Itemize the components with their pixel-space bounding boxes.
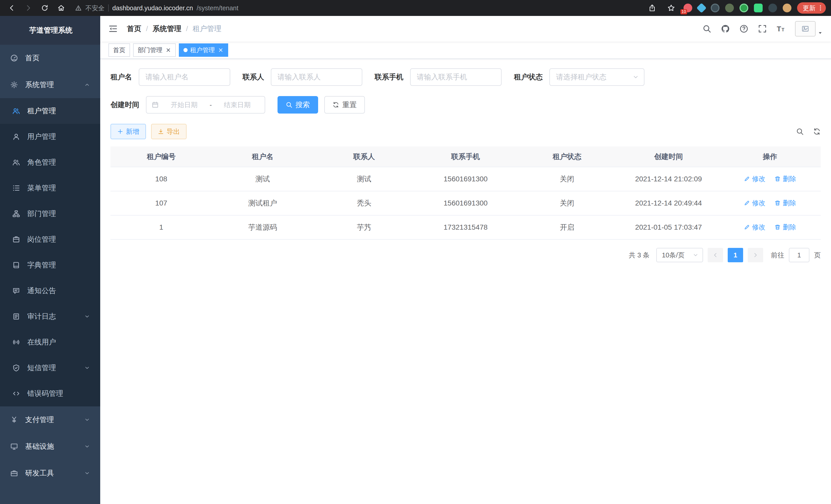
delete-button[interactable]: 删除	[774, 223, 796, 232]
sidebar-item-user[interactable]: 用户管理	[0, 124, 100, 149]
prev-page-button[interactable]	[708, 248, 723, 262]
sidebar-item-infra[interactable]: 基础设施	[0, 433, 100, 460]
sidebar-item-system[interactable]: 系统管理	[0, 71, 100, 98]
sidebar-item-error-code[interactable]: 错误码管理	[0, 381, 100, 406]
sidebar-item-post[interactable]: 岗位管理	[0, 227, 100, 252]
address-bar[interactable]: 不安全 dashboard.yudao.iocoder.cn/system/te…	[75, 4, 642, 12]
sidebar-item-online-user[interactable]: 在线用户	[0, 329, 100, 355]
chevron-down-icon	[84, 470, 90, 476]
page-size-select[interactable]: 10条/页	[656, 248, 703, 262]
people-icon	[12, 158, 21, 166]
extension-icon-6[interactable]	[754, 4, 763, 12]
next-page-button[interactable]	[748, 248, 763, 262]
share-icon[interactable]	[646, 1, 659, 14]
phone-input[interactable]	[410, 68, 502, 86]
extension-icon-7[interactable]	[768, 4, 777, 12]
sidebar-item-notice[interactable]: 通知公告	[0, 278, 100, 304]
edit-button[interactable]: 修改	[744, 223, 766, 232]
export-button[interactable]: 导出	[151, 124, 187, 139]
toolbox-icon	[10, 469, 19, 477]
breadcrumb-current: 租户管理	[193, 24, 222, 34]
refresh-table-icon[interactable]	[813, 128, 821, 136]
col-tenant-id: 租户编号	[111, 146, 212, 167]
fullscreen-icon[interactable]	[758, 24, 767, 33]
edit-icon	[744, 224, 750, 230]
search-icon	[286, 101, 292, 108]
refresh-icon	[333, 101, 339, 108]
tenant-name-input[interactable]	[139, 68, 230, 86]
sidebar-item-pay[interactable]: 支付管理	[0, 406, 100, 433]
pagination: 共 3 条 10条/页 1 前往 页	[111, 248, 821, 262]
sidebar-item-dict[interactable]: 字典管理	[0, 252, 100, 278]
app-logo[interactable]: 芋道管理系统	[0, 16, 100, 45]
tab-dept[interactable]: 部门管理	[133, 43, 176, 57]
date-range-picker[interactable]: 开始日期 - 结束日期	[146, 96, 265, 114]
delete-button[interactable]: 删除	[774, 199, 796, 208]
status-label: 租户状态	[514, 72, 543, 82]
trash-icon	[774, 224, 781, 230]
sidebar-item-sms[interactable]: 短信管理	[0, 355, 100, 381]
sidebar-item-dept[interactable]: 部门管理	[0, 201, 100, 227]
breadcrumb-home[interactable]: 首页	[127, 24, 141, 34]
table-header-row: 租户编号 租户名 联系人 联系手机 租户状态 创建时间 操作	[111, 146, 821, 167]
extension-icon-8[interactable]	[783, 4, 792, 12]
help-icon[interactable]	[740, 24, 748, 33]
extension-icon-4[interactable]	[725, 4, 734, 12]
github-icon[interactable]	[721, 24, 730, 33]
chevron-up-icon	[84, 82, 90, 88]
sidebar: 芋道管理系统 首页 系统管理 租户管理 用户管理	[0, 16, 100, 504]
extension-icon-5[interactable]	[740, 4, 748, 12]
close-icon[interactable]	[218, 47, 224, 53]
sidebar-item-audit-log[interactable]: 审计日志	[0, 304, 100, 329]
reload-icon[interactable]	[38, 1, 51, 14]
font-size-icon[interactable]: TT	[776, 24, 785, 33]
sidebar-item-devtools[interactable]: 研发工具	[0, 460, 100, 486]
status-text: 关闭	[516, 167, 618, 191]
reset-button[interactable]: 重置	[324, 96, 365, 114]
broken-image-icon	[801, 25, 809, 33]
message-icon	[12, 287, 21, 295]
col-phone: 联系手机	[415, 146, 516, 167]
home-icon[interactable]	[55, 1, 68, 14]
chevron-down-icon	[84, 314, 90, 319]
toggle-search-icon[interactable]	[796, 128, 804, 136]
back-icon[interactable]	[5, 1, 19, 14]
goto-page-input[interactable]	[789, 248, 809, 262]
sidebar-item-home[interactable]: 首页	[0, 45, 100, 71]
bookmark-star-icon[interactable]	[664, 1, 678, 14]
page-number-1[interactable]: 1	[728, 248, 743, 262]
tenant-name-label: 租户名	[111, 72, 132, 82]
chevron-down-icon	[693, 252, 698, 258]
trash-icon	[774, 176, 781, 182]
extension-icon-1[interactable]: 10	[684, 4, 692, 12]
sidebar-item-role[interactable]: 角色管理	[0, 149, 100, 175]
browser-update-button[interactable]: 更新	[797, 2, 826, 13]
sidebar-item-menu[interactable]: 菜单管理	[0, 175, 100, 201]
download-icon	[158, 128, 164, 135]
tab-tenant[interactable]: 租户管理	[179, 43, 228, 57]
edit-button[interactable]: 修改	[744, 199, 766, 208]
book-icon	[12, 261, 21, 269]
sidebar-menu: 首页 系统管理 租户管理 用户管理 角色管理	[0, 45, 100, 504]
forward-icon[interactable]	[22, 1, 35, 14]
close-icon[interactable]	[166, 47, 171, 53]
extension-icon-3[interactable]	[711, 4, 719, 12]
user-avatar[interactable]	[795, 21, 823, 36]
org-tree-icon	[12, 210, 21, 217]
extension-icon-2[interactable]	[696, 3, 707, 13]
sidebar-item-tenant[interactable]: 租户管理	[0, 98, 100, 124]
edit-button[interactable]: 修改	[744, 174, 766, 183]
breadcrumb-system[interactable]: 系统管理	[153, 24, 181, 34]
search-button[interactable]: 搜索	[278, 96, 318, 114]
update-label: 更新	[803, 4, 815, 12]
hamburger-icon[interactable]	[109, 24, 118, 33]
date-separator: -	[210, 101, 212, 109]
search-icon[interactable]	[703, 24, 711, 33]
delete-button[interactable]: 删除	[774, 174, 796, 183]
contact-input[interactable]	[271, 68, 362, 86]
app-title: 芋道管理系统	[29, 25, 73, 35]
add-button[interactable]: 新增	[111, 124, 146, 139]
breadcrumb-separator: /	[186, 25, 188, 33]
tab-home[interactable]: 首页	[109, 43, 130, 57]
status-select[interactable]: 请选择租户状态	[549, 68, 644, 86]
